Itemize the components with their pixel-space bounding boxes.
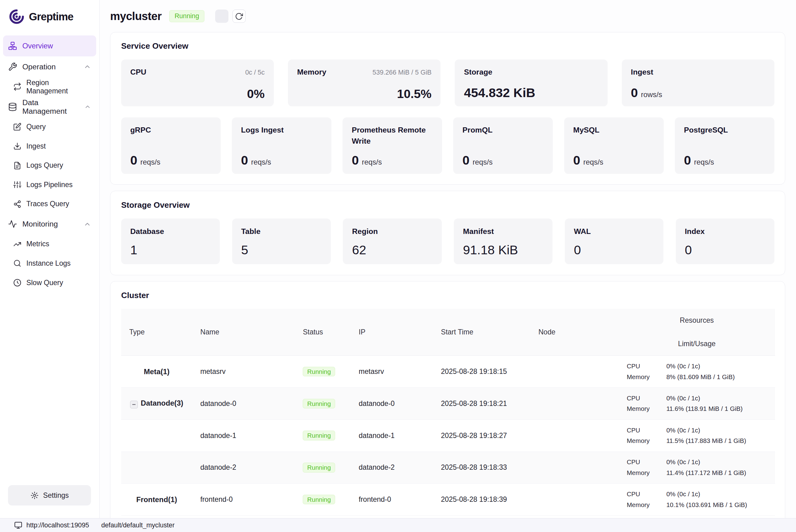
sidebar-item-logs-query[interactable]: Logs Query [3, 156, 96, 175]
table-stat-card: Table 5 [232, 218, 331, 264]
service-overview-card: Service Overview CPU 0c / 5c 0% Memory 5… [110, 32, 785, 185]
region-transfer-icon [13, 82, 21, 91]
row-resources: CPU0% (0c / 1c) Memory11.6% (118.91 MiB … [619, 388, 775, 420]
prometheus-remote-write-rate-card: Prometheus Remote Write 0reqs/s [342, 117, 442, 174]
cpu-metric-card: CPU 0c / 5c 0% [121, 59, 274, 106]
metrics-chart-icon [13, 240, 21, 248]
section-title-storage-overview: Storage Overview [121, 200, 774, 210]
row-resources: CPU0% (0c / 1c) Memory8% (81.609 MiB / 1… [619, 356, 775, 388]
chevron-up-icon [84, 103, 91, 111]
storage-title: Storage [464, 66, 492, 78]
col-ip: IP [350, 309, 433, 356]
col-start-time: Start Time [433, 309, 530, 356]
memory-metric-card: Memory 539.266 MiB / 5 GiB 10.5% [288, 59, 440, 106]
search-icon [13, 259, 21, 267]
ingest-value: 0 [631, 87, 638, 99]
sidebar-item-label: Ingest [26, 142, 46, 150]
row-status: Running [295, 388, 350, 420]
storage-stats-row: Database 1 Table 5 Region 62 Manifest 91… [121, 218, 774, 264]
sidebar-group-operation[interactable]: Operation [3, 56, 96, 77]
protocol-rates-row: gRPC 0reqs/s Logs Ingest 0reqs/s Prometh… [121, 117, 774, 174]
service-metrics-row: CPU 0c / 5c 0% Memory 539.266 MiB / 5 Gi… [121, 59, 774, 106]
sidebar-item-region-management[interactable]: Region Management [3, 77, 96, 96]
ingest-metric-card: Ingest 0 rows/s [622, 59, 774, 106]
row-start-time: 2025-08-28 19:18:21 [433, 388, 530, 420]
table-row-datanode-1: datanode-1 Running datanode-1 2025-08-28… [121, 419, 775, 452]
row-start-time: 2025-08-28 19:18:39 [433, 483, 530, 516]
row-type [121, 419, 192, 452]
row-start-time: 2025-08-28 19:18:33 [433, 452, 530, 483]
collapse-group-toggle[interactable] [130, 401, 138, 408]
row-node [530, 388, 619, 420]
col-type: Type [121, 309, 192, 356]
greptime-logo: Greptime [0, 0, 99, 35]
settings-button[interactable]: Settings [8, 485, 91, 506]
main-content: mycluster Running Service Overview CPU 0… [99, 0, 796, 532]
sidebar-item-instance-logs[interactable]: Instance Logs [3, 254, 96, 273]
table-row-datanode-0: Datanode(3) datanode-0 Running datanode-… [121, 388, 775, 420]
chevron-up-icon [83, 63, 91, 71]
cluster-overview-icon [8, 41, 17, 51]
sidebar-item-slow-query[interactable]: Slow Query [3, 273, 96, 292]
sidebar-item-ingest[interactable]: Ingest [3, 136, 96, 156]
header-actions [215, 10, 246, 23]
cpu-title: CPU [130, 66, 147, 78]
database-icon [8, 102, 17, 112]
sidebar-item-label: Logs Pipelines [26, 180, 73, 189]
query-editor-icon [13, 123, 21, 131]
status-bar: http://localhost:19095 default/default_m… [0, 518, 796, 532]
row-node [530, 483, 619, 516]
row-ip: datanode-1 [350, 419, 433, 452]
status-context: default/default_mycluster [101, 521, 174, 529]
sidebar-item-overview[interactable]: Overview [3, 35, 96, 56]
database-stat-card: Database 1 [121, 218, 220, 264]
refresh-button[interactable] [232, 10, 246, 23]
storage-overview-card: Storage Overview Database 1 Table 5 Regi… [110, 191, 785, 275]
status-badge: Running [303, 463, 335, 473]
minus-icon [132, 402, 136, 407]
row-ip: datanode-0 [350, 388, 433, 420]
row-ip: metasrv [350, 356, 433, 388]
sidebar-item-label: Query [26, 123, 46, 131]
postgresql-rate-card: PostgreSQL 0reqs/s [675, 117, 774, 174]
sidebar-item-logs-pipelines[interactable]: Logs Pipelines [3, 175, 96, 194]
sidebar-item-label: Traces Query [26, 200, 69, 208]
storage-metric-card: Storage 454.832 KiB [455, 59, 607, 106]
row-ip: frontend-0 [350, 483, 433, 516]
page-header: mycluster Running [99, 0, 796, 26]
pause-button[interactable] [215, 10, 228, 23]
cluster-table-header: Type Name Status IP Start Time Node Reso… [121, 309, 775, 356]
traces-graph-icon [13, 200, 21, 208]
cpu-percent: 0% [130, 87, 265, 101]
cluster-table: Type Name Status IP Start Time Node Reso… [121, 309, 775, 516]
cluster-status-badge: Running [169, 10, 205, 22]
row-resources: CPU0% (0c / 1c) Memory11.5% (117.883 MiB… [619, 419, 775, 452]
slow-query-gauge-icon [13, 279, 21, 287]
sidebar-group-data-management[interactable]: Data Management [3, 96, 96, 117]
sidebar-item-metrics[interactable]: Metrics [3, 234, 96, 254]
row-start-time: 2025-08-28 19:18:15 [433, 356, 530, 388]
sidebar-item-query[interactable]: Query [3, 117, 96, 136]
row-status: Running [295, 483, 350, 516]
memory-percent: 10.5% [297, 87, 432, 101]
manifest-stat-card: Manifest 91.18 KiB [454, 218, 552, 264]
col-status: Status [295, 309, 350, 356]
sidebar-item-label: Instance Logs [26, 259, 71, 268]
cluster-card: Cluster Type Name Status IP Start Time N… [110, 281, 785, 527]
status-badge: Running [303, 367, 335, 377]
monitoring-activity-icon [8, 220, 17, 229]
row-start-time: 2025-08-28 19:18:27 [433, 419, 530, 452]
sidebar: Greptime Overview Operation Region Manag… [0, 0, 99, 532]
pipelines-sliders-icon [13, 180, 21, 189]
section-title-cluster: Cluster [121, 291, 774, 300]
sidebar-item-label: Slow Query [26, 279, 63, 287]
app-window: Greptime Overview Operation Region Manag… [0, 0, 796, 532]
status-badge: Running [303, 399, 335, 409]
sidebar-item-traces-query[interactable]: Traces Query [3, 194, 96, 214]
table-row-metasrv: Meta(1) metasrv Running metasrv 2025-08-… [121, 356, 775, 388]
sidebar-group-monitoring[interactable]: Monitoring [3, 214, 96, 234]
grpc-rate-card: gRPC 0reqs/s [121, 117, 221, 174]
col-resources: Resources Limit/Usage [619, 309, 775, 356]
col-name: Name [192, 309, 295, 356]
table-row-frontend-0: Frontend(1) frontend-0 Running frontend-… [121, 483, 775, 516]
